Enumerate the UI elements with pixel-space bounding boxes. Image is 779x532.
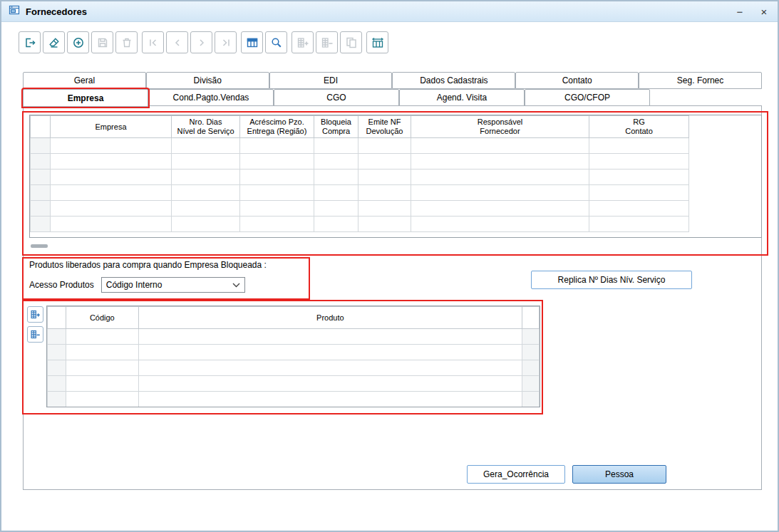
product-row-add-button[interactable] [27,306,43,323]
access-products-select[interactable]: Código Interno [101,277,245,293]
empresa-grid-row[interactable] [31,217,689,232]
grid-cell[interactable] [51,138,172,154]
search-button[interactable] [265,31,287,53]
empresa-grid-row[interactable] [31,169,689,185]
grid-cell[interactable] [358,154,411,169]
tab-cgo-cfop[interactable]: CGO/CFOP [525,89,650,106]
row-selector-cell[interactable] [31,138,51,154]
grid-cell[interactable] [589,138,689,154]
row-selector-cell[interactable] [31,185,51,201]
grid-cell[interactable] [138,407,522,408]
grid-end-cell[interactable] [522,392,540,407]
exit-button[interactable] [19,31,41,53]
grid-cell[interactable] [138,360,522,376]
grid-cell[interactable] [358,169,411,185]
grid-cell[interactable] [358,217,411,232]
tab-geral[interactable]: Geral [23,72,146,89]
replica-dias-nivel-servico-button[interactable]: Replica Nº Dias Nív. Serviço [531,271,692,289]
add-record-button[interactable] [67,31,89,53]
grid-cell[interactable] [589,185,689,201]
grid-cell[interactable] [358,201,411,217]
row-selector-cell[interactable] [48,376,66,392]
grid-cell[interactable] [138,345,522,360]
grid-cell[interactable] [358,185,411,201]
product-grid-row[interactable] [48,392,540,407]
grid-cell[interactable] [240,201,314,217]
grid-view-button[interactable] [241,31,263,53]
tab-edi[interactable]: EDI [269,72,393,89]
grid-cell[interactable] [138,392,522,407]
grid-cell[interactable] [411,201,589,217]
grid-cell[interactable] [51,217,172,232]
grid-cell[interactable] [411,169,589,185]
grid-end-cell[interactable] [522,345,540,360]
grid-cell[interactable] [358,138,411,154]
empresa-grid-row[interactable] [31,138,689,154]
grid-cell[interactable] [240,138,314,154]
grid-cell[interactable] [66,329,138,345]
grid-config-button[interactable] [366,31,388,53]
grid-cell[interactable] [240,217,314,232]
tab-dados-cadastrais[interactable]: Dados Cadastrais [392,72,515,89]
row-selector-cell[interactable] [48,407,66,408]
grid-cell[interactable] [51,185,172,201]
grid-cell[interactable] [314,217,358,232]
clear-button[interactable] [43,31,65,53]
product-row-remove-button[interactable] [27,326,43,343]
grid-cell[interactable] [51,154,172,169]
grid-cell[interactable] [589,217,689,232]
grid-cell[interactable] [314,169,358,185]
grid-end-cell[interactable] [522,407,540,408]
grid-cell[interactable] [51,201,172,217]
grid-cell[interactable] [66,360,138,376]
tab-divis-o[interactable]: Divisão [146,72,269,89]
product-grid-row[interactable] [48,376,540,392]
grid-cell[interactable] [411,185,589,201]
grid-cell[interactable] [314,201,358,217]
grid-end-cell[interactable] [522,329,540,345]
empresa-grid-row[interactable] [31,185,689,201]
row-selector-cell[interactable] [31,154,51,169]
tab-empresa[interactable]: Empresa [23,89,148,107]
close-button[interactable]: × [758,1,770,22]
product-grid-row[interactable] [48,407,540,408]
grid-cell[interactable] [138,376,522,392]
grid-cell[interactable] [240,169,314,185]
row-selector-cell[interactable] [31,201,51,217]
tab-cgo[interactable]: CGO [274,89,399,106]
grid-cell[interactable] [172,217,240,232]
product-grid-row[interactable] [48,329,540,345]
grid-cell[interactable] [589,201,689,217]
grid-cell[interactable] [589,154,689,169]
product-grid-row[interactable] [48,360,540,376]
grid-cell[interactable] [51,169,172,185]
horizontal-scrollbar-thumb[interactable] [31,244,48,248]
tab-cond-pagto-vendas[interactable]: Cond.Pagto.Vendas [148,89,274,106]
grid-cell[interactable] [240,185,314,201]
row-selector-cell[interactable] [48,392,66,407]
grid-cell[interactable] [411,154,589,169]
grid-cell[interactable] [66,345,138,360]
grid-cell[interactable] [172,138,240,154]
tab-seg-fornec[interactable]: Seg. Fornec [639,72,762,89]
grid-cell[interactable] [411,138,589,154]
row-selector-cell[interactable] [31,169,51,185]
tab-contato[interactable]: Contato [515,72,639,89]
grid-cell[interactable] [172,185,240,201]
grid-cell[interactable] [66,376,138,392]
grid-end-cell[interactable] [522,360,540,376]
gera-ocorrencia-button[interactable]: Gera_Ocorrência [467,465,565,484]
grid-cell[interactable] [314,185,358,201]
product-grid-row[interactable] [48,345,540,360]
pessoa-button[interactable]: Pessoa [572,465,666,484]
minimize-button[interactable]: − [733,1,746,22]
row-selector-cell[interactable] [31,217,51,232]
grid-cell[interactable] [66,392,138,407]
grid-cell[interactable] [589,169,689,185]
empresa-grid-row[interactable] [31,154,689,169]
grid-cell[interactable] [172,169,240,185]
grid-cell[interactable] [240,154,314,169]
grid-end-cell[interactable] [522,376,540,392]
empresa-grid-row[interactable] [31,201,689,217]
grid-cell[interactable] [411,217,589,232]
